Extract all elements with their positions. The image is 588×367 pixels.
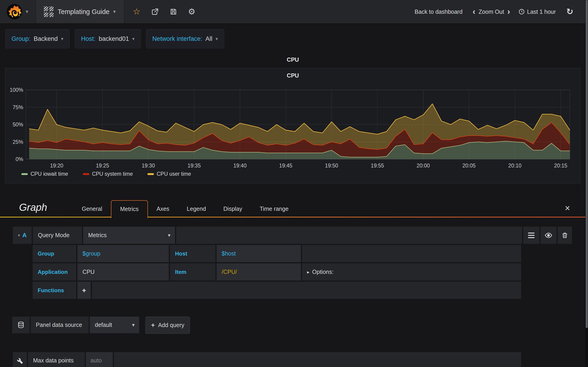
svg-text:19:45: 19:45 — [279, 163, 292, 169]
query-menu-button[interactable] — [523, 227, 539, 244]
gear-icon: ⚙ — [188, 8, 195, 16]
variable-value: Backend — [34, 35, 58, 42]
max-data-points-label: Max data points — [28, 352, 85, 367]
share-icon — [151, 8, 159, 15]
close-editor-button[interactable]: × — [565, 203, 570, 213]
logo-caret-icon: ▾ — [26, 9, 28, 15]
svg-text:19:25: 19:25 — [96, 163, 109, 169]
save-button[interactable] — [169, 8, 178, 16]
datasource-row: Panel data source default ▾ + Add query — [12, 317, 572, 333]
legend-item-iowait[interactable]: CPU iowait time — [21, 171, 68, 177]
svg-text:20:05: 20:05 — [462, 163, 476, 169]
legend-swatch-icon — [147, 173, 154, 175]
tab-legend[interactable]: Legend — [178, 200, 215, 217]
trash-icon — [561, 232, 568, 239]
tab-display[interactable]: Display — [215, 200, 251, 217]
cpu-stacked-area-chart[interactable]: 0%25%50%75%100%19:2019:2519:3019:3519:40… — [5, 68, 580, 183]
max-data-points-input[interactable] — [86, 352, 113, 367]
svg-text:19:30: 19:30 — [142, 163, 155, 169]
time-picker-button[interactable]: Last 1 hour — [519, 8, 556, 15]
tab-metrics[interactable]: Metrics — [111, 200, 148, 218]
application-label: Application — [33, 263, 76, 281]
tab-time-range[interactable]: Time range — [251, 200, 297, 217]
svg-text:20:10: 20:10 — [508, 163, 522, 169]
svg-text:19:55: 19:55 — [371, 163, 384, 169]
host-input[interactable]: $host — [216, 245, 301, 262]
menu-icon — [528, 233, 535, 238]
query-mode-value: Metrics — [88, 232, 107, 239]
variable-label: Network interface: — [152, 35, 202, 42]
tab-axes[interactable]: Axes — [148, 200, 178, 217]
svg-text:75%: 75% — [13, 104, 23, 110]
editor-tabs: General Metrics Axes Legend Display Time… — [73, 200, 297, 217]
grafana-logo-icon — [6, 3, 23, 20]
title-caret-icon: ▾ — [113, 9, 116, 15]
query-ref-toggle[interactable]: ▾ A — [13, 227, 32, 244]
query-toggle-visibility-button[interactable] — [540, 227, 556, 244]
options-label: Options: — [312, 269, 334, 275]
share-button[interactable] — [151, 8, 159, 16]
variable-netif-dropdown[interactable]: Network interface: All ▾ — [146, 29, 224, 48]
grafana-logo-button[interactable]: ▾ — [0, 0, 36, 23]
plus-icon: + — [151, 322, 155, 329]
group-input[interactable]: $group — [78, 245, 169, 262]
query-mode-label: Query Mode — [33, 227, 82, 244]
query-row-filler — [176, 227, 522, 244]
tab-general[interactable]: General — [73, 200, 111, 217]
query-row-application-item: Application CPU Item /CPU/ ▸ Options: — [33, 263, 521, 281]
eye-icon — [545, 232, 552, 239]
group-label: Group — [33, 245, 76, 262]
dashboard-title-dropdown[interactable]: Templating Guide ▾ — [36, 0, 124, 23]
page-scrollbar[interactable] — [586, 0, 588, 367]
query-row-functions: Functions + — [33, 282, 521, 299]
shift-time-back-button[interactable]: ‹ — [471, 8, 477, 15]
svg-text:19:20: 19:20 — [50, 163, 63, 169]
query-row-a: ▾ A Query Mode Metrics ▾ — [13, 227, 572, 244]
legend-item-system[interactable]: CPU system time — [83, 171, 133, 177]
graph-panel: CPU 0%25%50%75%100%19:2019:2519:3019:351… — [5, 68, 581, 184]
variable-group-dropdown[interactable]: Group: Backend ▾ — [5, 29, 69, 48]
variable-value: All — [205, 35, 212, 42]
application-input[interactable]: CPU — [78, 263, 169, 281]
clock-icon — [519, 8, 525, 15]
legend-item-user[interactable]: CPU user time — [147, 171, 191, 177]
panel-title[interactable]: CPU — [5, 56, 581, 63]
add-query-label: Add query — [158, 322, 184, 328]
chevron-down-icon: ▾ — [132, 36, 135, 42]
shift-time-forward-button[interactable]: › — [506, 8, 512, 15]
save-icon — [170, 8, 177, 15]
variable-label: Group: — [11, 35, 31, 42]
scrollbar-thumb[interactable] — [586, 0, 588, 328]
query-delete-button[interactable] — [558, 227, 572, 244]
legend-swatch-icon — [21, 173, 28, 175]
svg-text:25%: 25% — [13, 139, 23, 145]
star-button[interactable]: ☆ — [132, 8, 141, 16]
add-function-button[interactable]: + — [78, 282, 91, 299]
options-toggle[interactable]: ▸ Options: — [302, 263, 521, 281]
chevron-down-icon: ▾ — [61, 36, 63, 42]
zoom-out-button[interactable]: Zoom Out — [477, 8, 506, 15]
settings-button[interactable]: ⚙ — [188, 8, 196, 16]
legend-label: CPU system time — [92, 171, 133, 177]
add-query-button[interactable]: + Add query — [145, 317, 190, 334]
item-input[interactable]: /CPU/ — [216, 263, 301, 281]
query-ref-letter: A — [22, 232, 27, 239]
svg-text:50%: 50% — [13, 122, 23, 127]
query-row-filler — [302, 245, 521, 262]
chevron-down-icon: ▾ — [216, 36, 218, 42]
back-to-dashboard-link[interactable]: Back to dashboard — [415, 8, 462, 15]
variable-host-dropdown[interactable]: Host: backend01 ▾ — [75, 29, 141, 48]
query-row-filler — [114, 352, 521, 367]
time-range-label: Last 1 hour — [527, 8, 556, 15]
query-mode-select[interactable]: Metrics ▾ — [83, 227, 175, 244]
variable-value: backend01 — [99, 35, 129, 42]
legend-label: CPU user time — [157, 171, 191, 177]
query-row-group-host: Group $group Host $host — [33, 245, 521, 262]
navbar: ▾ Templating Guide ▾ ☆ ⚙ Back to dashboa… — [0, 0, 588, 24]
refresh-button[interactable]: ↻ — [566, 7, 573, 17]
max-data-points-row: Max data points — [13, 352, 521, 367]
datasource-select[interactable]: default ▾ — [90, 317, 139, 333]
legend-label: CPU iowait time — [31, 171, 68, 177]
panel-settings-icon-cell — [13, 352, 27, 367]
svg-text:20:15: 20:15 — [554, 163, 567, 169]
